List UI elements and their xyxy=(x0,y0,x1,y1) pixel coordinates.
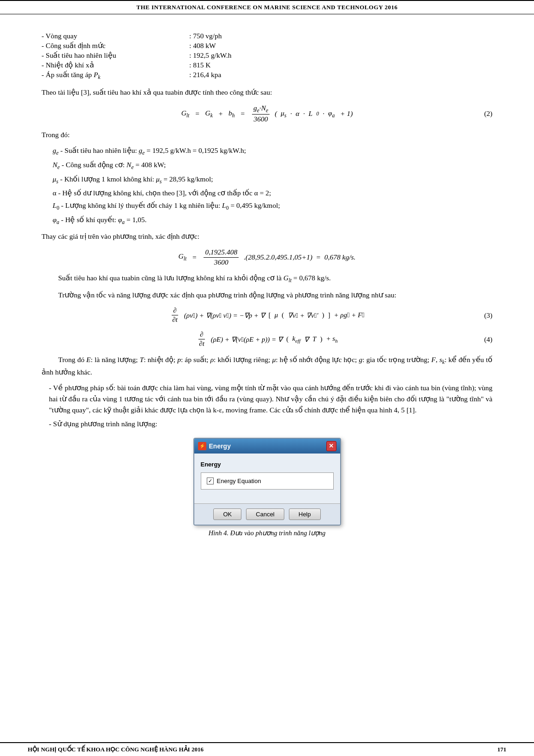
formula-3-inner: ∂ ∂t (ρv⃗) + ∇(ρv⃗ v⃗) = −∇p + ∇ [ μ ( ∇… xyxy=(169,306,365,325)
spec-row-4: - Nhiệt độ khí xả : 815 K xyxy=(42,61,492,69)
thay-cac-para: Thay các giá trị trên vào phương trình, … xyxy=(42,231,492,242)
energy-dialog[interactable]: ⚡ Energy ✕ Energy ✓ xyxy=(193,438,341,526)
checkbox-check-icon: ✓ xyxy=(208,478,212,484)
var-ge: ge - Suất tiêu hao nhiên liệu: ge = 192,… xyxy=(53,145,492,157)
specs-table: - Vòng quay : 750 vg/ph - Công suất định… xyxy=(42,32,492,80)
footer-left: HỘI NGHỊ QUỐC TẾ KHOA HỌC CÔNG NGHỆ HÀNG… xyxy=(28,746,204,753)
theo-tai-lieu-text: Theo tài liệu [3], suất tiêu hao khí xả … xyxy=(42,88,272,96)
dialog-checkbox-row: ✓ Energy Equation xyxy=(207,478,328,484)
var-mus: μs - Khối lượng 1 kmol không khí: μs = 2… xyxy=(53,174,492,186)
formula-3-block: ∂ ∂t (ρv⃗) + ∇(ρv⃗ v⃗) = −∇p + ∇ [ μ ( ∇… xyxy=(42,306,492,325)
formula-2-block: Glt = Gk + bh = ge·Ne 3600 (μs·α·L0·φa +… xyxy=(42,103,492,124)
cancel-button[interactable]: Cancel xyxy=(246,508,284,520)
spec-row-3: - Suất tiêu hao nhiên liệu : 192,5 g/kW.… xyxy=(42,51,492,60)
spec-value-2: : 408 kW xyxy=(189,42,492,50)
content-area: - Vòng quay : 750 vg/ph - Công suất định… xyxy=(0,14,534,569)
formula-3-number: (3) xyxy=(484,311,492,320)
dialog-titlebar-left: ⚡ Energy xyxy=(198,442,231,450)
formula-4-number: (4) xyxy=(484,335,492,344)
var-ne: Ne - Công suất động cơ: Ne = 408 kW; xyxy=(53,159,492,172)
var-l0: L0 - Lượng không khí lý thuyết đốt cháy … xyxy=(53,200,492,212)
trong-do-label: Trong đó: xyxy=(42,129,492,140)
spec-label-5: - Áp suất tăng áp Pk xyxy=(42,71,189,80)
page: THE INTERNATIONAL CONFERENCE ON MARINE S… xyxy=(0,0,534,756)
dialog-title-text: Energy xyxy=(209,442,231,450)
dialog-checkbox-label: Energy Equation xyxy=(217,478,261,484)
variables-section: ge - Suất tiêu hao nhiên liệu: ge = 192,… xyxy=(53,145,492,226)
bullet-2: - Sử dụng phương trình năng lượng: xyxy=(49,418,492,429)
close-icon: ✕ xyxy=(329,442,334,449)
spec-label-1: - Vòng quay xyxy=(42,32,189,40)
dialog-section-label: Energy xyxy=(201,461,334,468)
spec-row-1: - Vòng quay : 750 vg/ph xyxy=(42,32,492,40)
spec-label-3: - Suất tiêu hao nhiên liệu xyxy=(42,51,189,60)
dialog-app-icon: ⚡ xyxy=(198,442,206,450)
para-2: Trường vận tốc và năng lượng được xác đị… xyxy=(42,290,492,301)
formula-4-block: ∂ ∂t (ρE) + ∇(v⃗(ρE + p)) = ∇ ( keff∇T )… xyxy=(42,330,492,349)
formula-2-number: (2) xyxy=(484,109,492,118)
header-title: THE INTERNATIONAL CONFERENCE ON MARINE S… xyxy=(137,4,398,11)
dialog-footer: OK Cancel Help xyxy=(194,503,340,525)
figure-caption: Hình 4. Đưa vào phương trình năng lượng xyxy=(209,529,326,537)
fraction-result: 0,1925.408 3600 xyxy=(204,248,239,266)
footer-page-number: 171 xyxy=(498,746,507,753)
dialog-body: Energy ✓ Energy Equation xyxy=(194,454,340,503)
formula-result-block: Glt = 0,1925.408 3600 .(28,95.2.0,495.1,… xyxy=(42,248,492,266)
formula-4-inner: ∂ ∂t (ρE) + ∇(v⃗(ρE + p)) = ∇ ( keff∇T )… xyxy=(196,330,337,349)
spec-label-4: - Nhiệt độ khí xả xyxy=(42,61,189,69)
dialog-titlebar: ⚡ Energy ✕ xyxy=(194,439,340,454)
spec-row-2: - Công suất định mức : 408 kW xyxy=(42,42,492,50)
fraction-2: ge·Ne 3600 xyxy=(252,103,270,124)
page-header: THE INTERNATIONAL CONFERENCE ON MARINE S… xyxy=(0,0,534,14)
dialog-container: ⚡ Energy ✕ Energy ✓ xyxy=(42,438,492,537)
dialog-group: ✓ Energy Equation xyxy=(201,472,334,490)
spec-row-5: - Áp suất tăng áp Pk : 216,4 kpa xyxy=(42,71,492,80)
spec-value-4: : 815 K xyxy=(189,61,492,69)
ok-button[interactable]: OK xyxy=(213,508,241,520)
para-1: Suất tiêu hao khí qua tuabin cũng là lưu… xyxy=(42,272,492,285)
spec-value-3: : 192,5 g/kW.h xyxy=(189,51,492,60)
theo-tai-lieu-para: Theo tài liệu [3], suất tiêu hao khí xả … xyxy=(42,87,492,98)
para-3: Trong đó E: là năng lượng; T: nhiệt độ; … xyxy=(42,354,492,378)
energy-equation-checkbox[interactable]: ✓ xyxy=(207,478,214,484)
formula-result-inner: Glt = 0,1925.408 3600 .(28,95.2.0,495.1,… xyxy=(179,248,356,266)
formula-2-inner: Glt = Gk + bh = ge·Ne 3600 (μs·α·L0·φa +… xyxy=(181,103,353,124)
spec-label-2: - Công suất định mức xyxy=(42,42,189,50)
dialog-close-button[interactable]: ✕ xyxy=(326,441,336,451)
page-footer: HỘI NGHỊ QUỐC TẾ KHOA HỌC CÔNG NGHỆ HÀNG… xyxy=(0,742,534,756)
var-phi: φa - Hệ số khí quyết: φa = 1,05. xyxy=(53,214,492,227)
spec-value-5: : 216,4 kpa xyxy=(189,71,492,80)
help-button[interactable]: Help xyxy=(289,508,321,520)
var-alpha: α - Hệ số dư lượng không khí, chọn theo … xyxy=(53,187,492,198)
spec-value-1: : 750 vg/ph xyxy=(189,32,492,40)
bullet-1: - Về phương pháp số: bài toán được chia … xyxy=(49,382,492,416)
